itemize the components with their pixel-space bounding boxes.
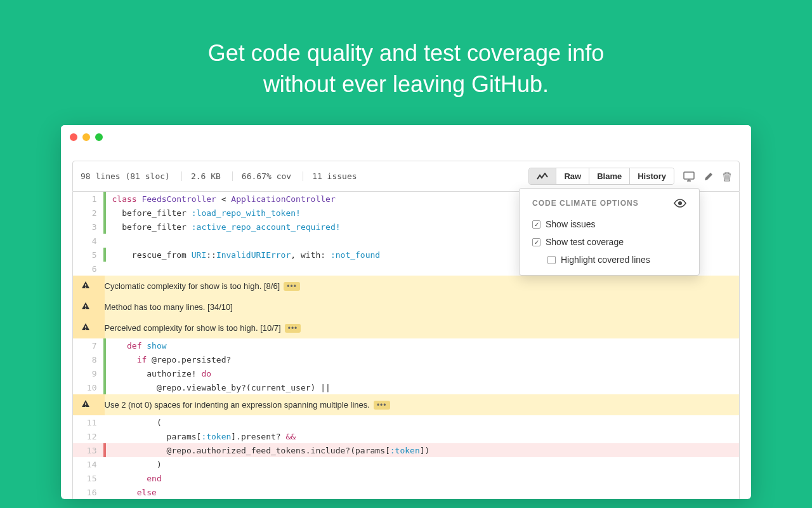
issue-perceived: Perceived complexity for show is too hig… [73,318,740,338]
file-header: 98 lines (81 sloc) 2.6 KB 66.67% cov 11 … [72,161,740,192]
svg-rect-5 [85,308,86,309]
more-badge[interactable]: ••• [284,282,300,291]
code-line-9: 9 authorize! do [73,366,740,380]
svg-rect-0 [684,172,694,179]
code-line-11: 11 ( [73,415,740,429]
toolbar-button-group: Raw Blame History [528,168,674,185]
raw-button[interactable]: Raw [556,168,589,184]
close-dot[interactable] [70,133,77,141]
file-size: 2.6 KB [181,171,221,181]
svg-rect-6 [85,326,86,328]
checkbox-show-coverage[interactable] [532,238,540,246]
code-line-7: 7 def show [73,338,740,352]
svg-rect-8 [85,403,86,405]
warning-icon [81,281,90,290]
svg-rect-2 [85,284,86,286]
window-titlebar [61,125,751,149]
issues-count: 11 issues [303,171,357,181]
line-number: 1 [73,192,105,206]
browser-window: 98 lines (81 sloc) 2.6 KB 66.67% cov 11 … [61,125,751,499]
checkbox-highlight-covered[interactable] [547,256,556,264]
svg-point-1 [678,201,682,205]
code-line-13: 13 @repo.authorized_feed_tokens.include?… [73,443,740,457]
file-meta: 98 lines (81 sloc) 2.6 KB 66.67% cov 11 … [81,171,357,181]
history-button[interactable]: History [630,168,674,184]
maximize-dot[interactable] [95,133,103,141]
more-badge[interactable]: ••• [374,401,390,410]
code-climate-logo-icon [537,173,548,180]
svg-rect-3 [85,287,86,288]
eye-icon [674,199,686,208]
minimize-dot[interactable] [82,133,90,141]
code-climate-button[interactable] [529,168,556,184]
blame-button[interactable]: Blame [589,168,630,184]
edit-icon[interactable] [704,171,714,182]
code-line-14: 14 ) [73,457,740,471]
svg-rect-4 [85,305,86,307]
more-badge[interactable]: ••• [285,324,301,333]
issue-spacing: Use 2 (not 0) spaces for indenting an ex… [73,394,740,415]
lines-count: 98 lines (81 sloc) [81,171,170,181]
code-line-8: 8 if @repo.persisted? [73,352,740,366]
option-show-coverage[interactable]: Show test coverage [520,233,699,251]
option-highlight-covered[interactable]: Highlight covered lines [520,251,699,275]
hero-line-2: without ever leaving GitHub. [13,69,799,100]
hero-headline: Get code quality and test coverage info … [0,0,812,125]
issue-cyclomatic: Cyclomatic complexity for show is too hi… [73,276,740,297]
option-show-issues[interactable]: Show issues [520,215,699,233]
code-line-15: 15 end [73,471,740,485]
hero-line-1: Get code quality and test coverage info [13,38,799,69]
code-climate-dropdown: CODE CLIMATE OPTIONS Show issues Show te… [519,188,700,276]
warning-icon [81,323,90,331]
dropdown-title: CODE CLIMATE OPTIONS [532,199,639,208]
svg-rect-7 [85,329,86,330]
checkbox-show-issues[interactable] [532,220,540,229]
trash-icon[interactable] [723,171,731,182]
desktop-icon[interactable] [683,171,695,182]
issue-too-many-lines: Method has too many lines. [34/10] [73,297,740,318]
coverage-pct: 66.67% cov [232,171,291,181]
svg-rect-9 [85,406,86,406]
code-line-12: 12 params[:token].present? && [73,429,740,443]
warning-icon [81,302,90,311]
code-line-10: 10 @repo.viewable_by?(current_user) || [73,380,740,394]
warning-icon [81,399,90,408]
code-line-16: 16 else [73,485,740,499]
